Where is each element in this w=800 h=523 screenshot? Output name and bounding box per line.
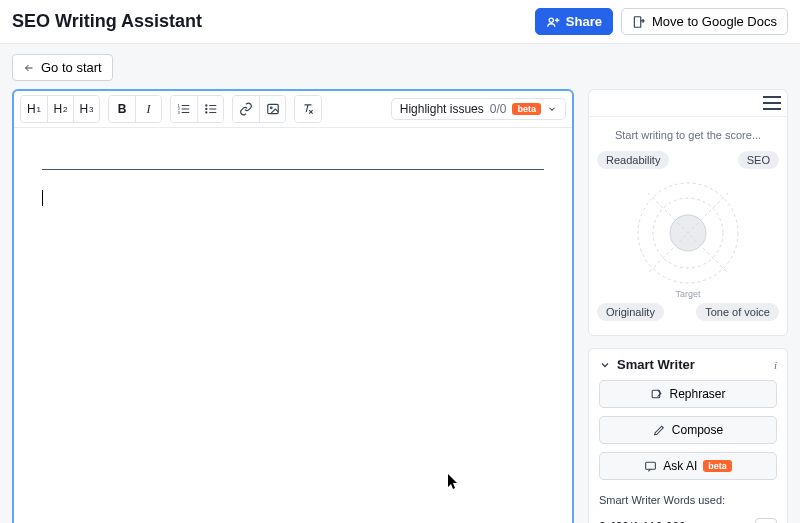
editor-input[interactable] (14, 128, 572, 523)
link-button[interactable] (233, 96, 259, 122)
menu-button[interactable] (763, 96, 781, 110)
svg-point-8 (205, 108, 206, 109)
bold-button[interactable]: B (109, 96, 135, 122)
clear-format-icon (301, 102, 315, 116)
chat-icon (644, 460, 657, 473)
arrow-left-icon (23, 62, 35, 74)
move-label: Move to Google Docs (652, 14, 777, 29)
tone-chip[interactable]: Tone of voice (696, 303, 779, 321)
move-to-docs-button[interactable]: Move to Google Docs (621, 8, 788, 35)
go-to-start-button[interactable]: Go to start (12, 54, 113, 81)
compose-label: Compose (672, 423, 723, 437)
svg-point-11 (270, 107, 272, 109)
svg-rect-10 (267, 104, 278, 113)
highlight-count: 0/0 (490, 102, 507, 116)
readability-chip[interactable]: Readability (597, 151, 669, 169)
chevron-down-icon[interactable] (599, 359, 611, 371)
highlight-label: Highlight issues (400, 102, 484, 116)
score-hint: Start writing to get the score... (597, 129, 779, 141)
compose-icon (653, 424, 666, 437)
add-words-button[interactable]: + (755, 518, 777, 523)
editor-panel: H1 H2 H3 B I 123 (12, 89, 574, 523)
h2-button[interactable]: H2 (47, 96, 73, 122)
ask-ai-button[interactable]: Ask AI beta (599, 452, 777, 480)
clear-format-button[interactable] (295, 96, 321, 122)
radar-chart (633, 178, 743, 288)
compose-button[interactable]: Compose (599, 416, 777, 444)
chevron-down-icon (547, 104, 557, 114)
title-line (42, 154, 544, 170)
share-label: Share (566, 14, 602, 29)
text-cursor (42, 190, 43, 206)
beta-badge: beta (512, 103, 541, 115)
h3-button[interactable]: H3 (73, 96, 99, 122)
svg-text:3: 3 (178, 110, 181, 115)
ask-ai-label: Ask AI (663, 459, 697, 473)
beta-badge: beta (703, 460, 732, 472)
rephraser-icon (650, 388, 663, 401)
svg-point-9 (205, 112, 206, 113)
unordered-list-icon (204, 102, 218, 116)
info-icon[interactable]: i (774, 359, 777, 371)
image-button[interactable] (259, 96, 285, 122)
smart-writer-title: Smart Writer (617, 357, 768, 372)
unordered-list-button[interactable] (197, 96, 223, 122)
rephraser-label: Rephraser (669, 387, 725, 401)
share-button[interactable]: Share (535, 8, 613, 35)
h1-button[interactable]: H1 (21, 96, 47, 122)
ordered-list-icon: 123 (177, 102, 191, 116)
page-title: SEO Writing Assistant (12, 11, 202, 32)
usage-value: 3,420/1,112,000 (599, 520, 747, 524)
italic-button[interactable]: I (135, 96, 161, 122)
link-icon (239, 102, 253, 116)
go-to-start-label: Go to start (41, 60, 102, 75)
svg-point-7 (205, 105, 206, 106)
ordered-list-button[interactable]: 123 (171, 96, 197, 122)
share-icon (546, 15, 560, 29)
svg-rect-20 (646, 462, 656, 469)
svg-point-0 (549, 18, 553, 22)
mouse-cursor-icon (448, 474, 460, 490)
originality-chip[interactable]: Originality (597, 303, 664, 321)
svg-rect-3 (634, 16, 640, 27)
target-label: Target (675, 289, 700, 299)
export-icon (632, 15, 646, 29)
seo-chip[interactable]: SEO (738, 151, 779, 169)
highlight-issues-dropdown[interactable]: Highlight issues 0/0 beta (391, 98, 566, 120)
image-icon (266, 102, 280, 116)
rephraser-button[interactable]: Rephraser (599, 380, 777, 408)
usage-label: Smart Writer Words used: (599, 494, 777, 506)
